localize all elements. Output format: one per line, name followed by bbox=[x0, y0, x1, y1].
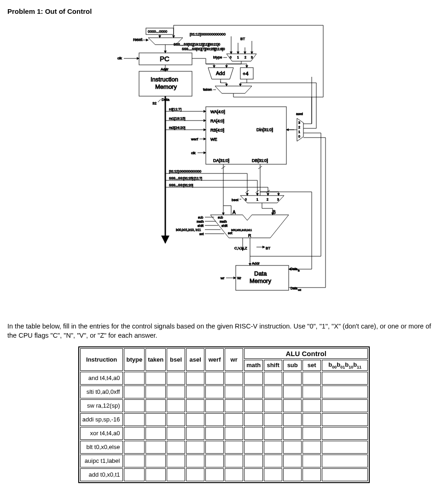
answer-cell[interactable] bbox=[186, 468, 204, 481]
answer-cell[interactable] bbox=[205, 427, 224, 440]
answer-cell[interactable] bbox=[124, 386, 145, 398]
svg-text:asel: asel bbox=[296, 112, 303, 116]
answer-cell[interactable] bbox=[205, 455, 224, 467]
answer-cell[interactable] bbox=[205, 413, 224, 426]
answer-cell[interactable] bbox=[186, 399, 204, 412]
answer-cell[interactable] bbox=[167, 468, 185, 481]
answer-cell[interactable] bbox=[283, 413, 302, 426]
answer-cell[interactable] bbox=[244, 468, 263, 481]
answer-cell[interactable] bbox=[145, 441, 166, 454]
answer-cell[interactable] bbox=[124, 468, 145, 481]
answer-cell[interactable] bbox=[167, 372, 185, 385]
answer-cell[interactable] bbox=[303, 413, 321, 426]
answer-cell[interactable] bbox=[264, 386, 282, 398]
answer-cell[interactable] bbox=[205, 468, 224, 481]
answer-cell[interactable] bbox=[303, 441, 321, 454]
col-math: math bbox=[244, 360, 263, 371]
answer-cell[interactable] bbox=[145, 455, 166, 467]
answer-cell[interactable] bbox=[283, 427, 302, 440]
answer-cell[interactable] bbox=[303, 427, 321, 440]
answer-cell[interactable] bbox=[205, 386, 224, 398]
svg-text:math: math bbox=[197, 220, 204, 223]
answer-cell[interactable] bbox=[303, 455, 321, 467]
answer-cell[interactable] bbox=[225, 372, 243, 385]
answer-cell[interactable] bbox=[244, 427, 263, 440]
svg-text:Addr: Addr bbox=[252, 261, 260, 265]
answer-cell[interactable] bbox=[167, 455, 185, 467]
answer-cell[interactable] bbox=[283, 372, 302, 385]
answer-cell[interactable] bbox=[124, 455, 145, 467]
answer-cell[interactable] bbox=[205, 372, 224, 385]
table-row: addi sp,sp,-16 bbox=[80, 413, 368, 426]
answer-cell[interactable] bbox=[303, 468, 321, 481]
answer-cell[interactable] bbox=[225, 468, 243, 481]
answer-cell[interactable] bbox=[186, 413, 204, 426]
answer-cell[interactable] bbox=[322, 413, 368, 426]
answer-cell[interactable] bbox=[124, 372, 145, 385]
answer-cell[interactable] bbox=[322, 386, 368, 398]
answer-cell[interactable] bbox=[225, 455, 243, 467]
answer-cell[interactable] bbox=[322, 441, 368, 454]
answer-cell[interactable] bbox=[186, 386, 204, 398]
answer-cell[interactable] bbox=[283, 455, 302, 467]
answer-cell[interactable] bbox=[283, 386, 302, 398]
svg-text:math: math bbox=[220, 220, 227, 223]
answer-cell[interactable] bbox=[145, 413, 166, 426]
answer-cell[interactable] bbox=[124, 413, 145, 426]
answer-cell[interactable] bbox=[186, 427, 204, 440]
answer-cell[interactable] bbox=[283, 468, 302, 481]
svg-text:rd[11:7]: rd[11:7] bbox=[169, 107, 181, 111]
answer-cell[interactable] bbox=[124, 399, 145, 412]
answer-cell[interactable] bbox=[124, 441, 145, 454]
answer-cell[interactable] bbox=[283, 399, 302, 412]
answer-cell[interactable] bbox=[322, 427, 368, 440]
answer-cell[interactable] bbox=[167, 386, 185, 398]
answer-cell[interactable] bbox=[264, 455, 282, 467]
answer-cell[interactable] bbox=[264, 427, 282, 440]
answer-cell[interactable] bbox=[145, 386, 166, 398]
answer-cell[interactable] bbox=[225, 386, 243, 398]
answer-cell[interactable] bbox=[167, 399, 185, 412]
answer-cell[interactable] bbox=[225, 427, 243, 440]
col-instruction: Instruction bbox=[80, 348, 123, 371]
answer-cell[interactable] bbox=[244, 413, 263, 426]
answer-cell[interactable] bbox=[186, 455, 204, 467]
answer-cell[interactable] bbox=[124, 427, 145, 440]
answer-cell[interactable] bbox=[205, 399, 224, 412]
answer-cell[interactable] bbox=[303, 386, 321, 398]
answer-cell[interactable] bbox=[264, 399, 282, 412]
answer-cell[interactable] bbox=[283, 441, 302, 454]
answer-cell[interactable] bbox=[322, 399, 368, 412]
table-row: blt t0,x0,else bbox=[80, 441, 368, 454]
answer-cell[interactable] bbox=[167, 413, 185, 426]
answer-cell[interactable] bbox=[244, 441, 263, 454]
answer-cell[interactable] bbox=[303, 399, 321, 412]
answer-cell[interactable] bbox=[264, 468, 282, 481]
answer-cell[interactable] bbox=[167, 427, 185, 440]
answer-cell[interactable] bbox=[264, 372, 282, 385]
answer-cell[interactable] bbox=[225, 413, 243, 426]
answer-cell[interactable] bbox=[264, 413, 282, 426]
answer-cell[interactable] bbox=[322, 455, 368, 467]
answer-cell[interactable] bbox=[244, 372, 263, 385]
answer-cell[interactable] bbox=[145, 468, 166, 481]
answer-cell[interactable] bbox=[225, 441, 243, 454]
answer-cell[interactable] bbox=[244, 399, 263, 412]
answer-cell[interactable] bbox=[225, 399, 243, 412]
svg-text:RB[4:0]: RB[4:0] bbox=[210, 128, 224, 133]
table-row: xor t4,t4,a0 bbox=[80, 427, 368, 440]
answer-cell[interactable] bbox=[264, 441, 282, 454]
answer-cell[interactable] bbox=[145, 372, 166, 385]
answer-cell[interactable] bbox=[244, 386, 263, 398]
answer-cell[interactable] bbox=[186, 372, 204, 385]
answer-cell[interactable] bbox=[167, 441, 185, 454]
answer-cell[interactable] bbox=[322, 372, 368, 385]
answer-cell[interactable] bbox=[244, 455, 263, 467]
answer-cell[interactable] bbox=[205, 441, 224, 454]
answer-cell[interactable] bbox=[145, 427, 166, 440]
answer-cell[interactable] bbox=[303, 372, 321, 385]
answer-cell[interactable] bbox=[322, 468, 368, 481]
answer-cell[interactable] bbox=[145, 399, 166, 412]
answer-cell[interactable] bbox=[186, 441, 204, 454]
svg-text:Memory: Memory bbox=[155, 83, 177, 90]
